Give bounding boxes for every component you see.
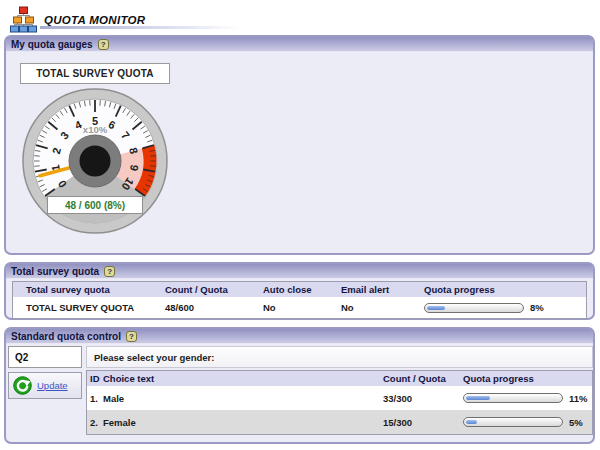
table-row: TOTAL SURVEY QUOTA 48/600 No No 8% [13, 297, 586, 318]
panel-header-my-quota-gauges: My quota gauges ? [6, 37, 593, 52]
cell-choice: Female [101, 417, 383, 428]
table-row-female: 2. Female 15/300 5% [87, 410, 592, 434]
progress-fill [427, 306, 445, 310]
progress-bar [463, 393, 563, 403]
col-header-autoclose: Auto close [263, 284, 341, 295]
col-header-choice: Choice text [101, 373, 383, 384]
progress-bar [463, 417, 563, 427]
choice-quota-table: ID Choice text Count / Quota Quota progr… [86, 370, 593, 435]
panel-header-total-survey-quota: Total survey quota ? [6, 264, 593, 279]
cell-name: TOTAL SURVEY QUOTA [13, 302, 165, 313]
cell-count: 48/600 [165, 302, 263, 313]
cell-choice: Male [101, 393, 383, 404]
table-header-row: ID Choice text Count / Quota Quota progr… [87, 371, 592, 386]
col-header-progress: Quota progress [424, 284, 586, 295]
quota-gauge: 012345678910x10% 48 / 600 (8%) [20, 86, 170, 236]
help-icon[interactable]: ? [104, 266, 115, 277]
update-button[interactable]: Update [8, 372, 82, 399]
panel-title: Standard quota control [11, 331, 121, 342]
refresh-icon [13, 376, 32, 395]
cell-autoclose: No [263, 302, 341, 313]
question-text-box: Please select your gender: [86, 346, 593, 368]
progress-label: 5% [569, 417, 583, 428]
cell-id: 2. [87, 417, 101, 428]
col-header-emailalert: Email alert [341, 284, 424, 295]
cell-id: 1. [87, 393, 101, 404]
svg-text:x10%: x10% [83, 124, 108, 135]
question-id-box: Q2 [8, 346, 82, 368]
gauge-title-box: TOTAL SURVEY QUOTA [20, 63, 170, 84]
progress-label: 8% [530, 302, 544, 313]
panel-standard-quota-control: Standard quota control ? Q2 Please selec… [4, 327, 595, 444]
help-icon[interactable]: ? [98, 39, 109, 50]
col-header-count: Count / Quota [383, 373, 463, 384]
cell-progress: 5% [463, 417, 592, 428]
col-header-progress: Quota progress [463, 373, 592, 384]
panel-title: Total survey quota [11, 266, 99, 277]
page-title: QUOTA MONITOR [44, 14, 145, 26]
progress-bar [424, 303, 524, 313]
help-icon[interactable]: ? [126, 331, 137, 342]
panel-total-survey-quota: Total survey quota ? Total survey quota … [4, 262, 595, 320]
progress-fill [466, 420, 477, 424]
table-row-male: 1. Male 33/300 11% [87, 386, 592, 410]
col-header-id: ID [87, 373, 101, 384]
cell-count: 15/300 [383, 417, 463, 428]
panel-title: My quota gauges [11, 39, 93, 50]
col-header-count: Count / Quota [165, 284, 263, 295]
total-quota-table: Total survey quota Count / Quota Auto cl… [12, 281, 587, 319]
progress-label: 11% [569, 393, 588, 404]
progress-fill [466, 396, 490, 400]
gauge-value-box: 48 / 600 (8%) [47, 196, 143, 214]
cell-progress: 8% [424, 302, 586, 313]
panel-header-standard-quota-control: Standard quota control ? [6, 329, 593, 344]
col-header-name: Total survey quota [13, 284, 165, 295]
gauge-value-text: 48 / 600 (8%) [65, 200, 125, 211]
panel-my-quota-gauges: My quota gauges ? TOTAL SURVEY QUOTA 012… [4, 35, 595, 255]
cell-count: 33/300 [383, 393, 463, 404]
title-underline [40, 26, 240, 29]
org-chart-icon [10, 6, 37, 33]
cell-progress: 11% [463, 393, 592, 404]
update-link[interactable]: Update [37, 380, 68, 391]
cell-emailalert: No [341, 302, 424, 313]
table-header-row: Total survey quota Count / Quota Auto cl… [13, 282, 586, 297]
